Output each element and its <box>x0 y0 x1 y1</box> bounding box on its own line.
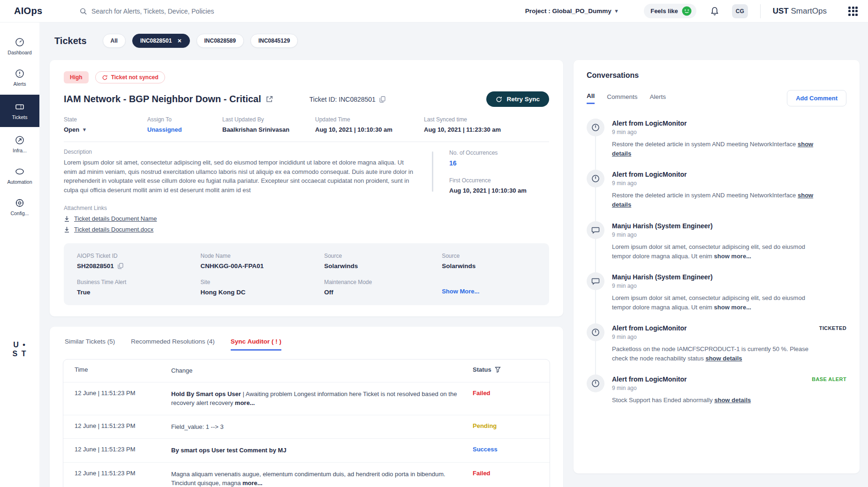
avatar[interactable]: CG <box>732 4 748 18</box>
divider <box>760 4 761 18</box>
external-link-icon[interactable] <box>266 96 273 103</box>
show-details-link[interactable]: show details <box>714 397 751 404</box>
brand-light: SmartOps <box>791 7 827 15</box>
occurrences: No. of Occurrences 16 <box>449 150 549 167</box>
ticket-tabs-card: Similar Tickets (5) Recommeded Resolutio… <box>50 327 563 487</box>
conversations-tabs: All Comments Alerts Add Comment <box>587 90 846 106</box>
top-bar: AIOps Project : Global_PO_Dummy ▾ Feels … <box>0 0 868 22</box>
attachment-link[interactable]: Ticket details Document.docx <box>64 226 549 233</box>
project-selector[interactable]: Project : Global_PO_Dummy ▾ <box>525 7 618 15</box>
chip-all[interactable]: All <box>103 34 126 48</box>
column-change: Change <box>171 366 460 375</box>
detail-site: Site Hong Kong DC <box>201 279 325 296</box>
sidebar-item-config[interactable]: Config... <box>0 193 39 221</box>
alert-icon <box>587 375 604 392</box>
ticket-icon <box>15 102 25 112</box>
status-badge: Failed <box>473 390 538 397</box>
tab-sync-auditor[interactable]: Sync Auditor ( ! ) <box>231 338 281 351</box>
column-time: Time <box>75 366 159 373</box>
occurrences-count[interactable]: 16 <box>449 159 549 167</box>
conversation-entry: Manju Harish (System Engineer) 9 min ago… <box>587 272 846 312</box>
tab-similar-tickets[interactable]: Similar Tickets (5) <box>65 338 115 351</box>
table-row: 12 June | 11:51:23 PM Field_value: 1 -->… <box>63 415 550 439</box>
state-dropdown[interactable]: Open ▾ <box>64 126 147 133</box>
alert-icon <box>587 119 604 136</box>
add-comment-button[interactable]: Add Comment <box>787 90 846 106</box>
chevron-down-icon: ▾ <box>615 8 618 14</box>
sidebar-item-tickets[interactable]: Tickets <box>0 95 39 127</box>
detail-aiops-ticket-id: AIOPS Ticket ID SH20828501 <box>77 253 201 270</box>
retry-sync-button[interactable]: Retry Sync <box>486 91 549 107</box>
config-icon <box>15 198 25 208</box>
sidebar-item-automation[interactable]: Automation <box>0 161 39 190</box>
feels-like-badge[interactable]: Feels like <box>644 4 696 18</box>
search-icon <box>80 7 87 15</box>
tab-comments[interactable]: Comments <box>607 93 637 104</box>
copy-icon[interactable] <box>379 96 385 103</box>
show-more-link[interactable]: show more... <box>714 304 751 311</box>
show-details-link[interactable]: show details <box>705 355 742 362</box>
page-head: Tickets All INC0828501 ✕ INC0828589 INC0… <box>50 33 563 49</box>
sidebar-item-label: Alerts <box>14 81 26 87</box>
status-badge: Failed <box>473 470 538 477</box>
copy-icon[interactable] <box>118 263 123 269</box>
ust-logo: U • S T <box>13 341 27 358</box>
conversation-entry: Alert from LogicMonitor 9 min ago Restor… <box>587 170 846 210</box>
divider <box>432 151 433 192</box>
alert-icon <box>587 170 604 187</box>
first-occurrence: First Occurrence Aug 10, 2021 | 10:10:30… <box>449 177 549 194</box>
sidebar-item-label: Config... <box>10 210 29 216</box>
assign-to-link[interactable]: Unassigned <box>147 126 222 133</box>
sync-error-icon <box>102 75 108 81</box>
show-more-link[interactable]: Show More... <box>442 288 536 296</box>
sync-auditor-table: Time Change Status 12 June | 11:51:23 PM… <box>63 359 550 487</box>
smiley-icon <box>682 6 692 16</box>
chevron-down-icon: ▾ <box>83 127 86 133</box>
filter-icon[interactable] <box>495 367 501 373</box>
chip-ticket-2[interactable]: INC0828589 <box>196 34 244 48</box>
comment-icon <box>587 272 604 290</box>
search-input[interactable] <box>91 7 286 15</box>
ticket-meta: State Open ▾ Assign To Unassigned Last U… <box>64 116 549 133</box>
apps-grid-icon[interactable] <box>848 7 858 16</box>
status-badge: Pending <box>473 422 538 429</box>
meta-last-updated-by: Last Updated By Baalkrishan Srinivasan <box>222 116 315 133</box>
ticket-id: Ticket ID: INC0828501 <box>309 96 385 103</box>
chip-ticket-3[interactable]: INC0845129 <box>250 34 298 48</box>
sidebar-item-infra[interactable]: Infra... <box>0 130 39 158</box>
status-badge: Success <box>473 446 538 453</box>
infra-icon <box>15 135 25 145</box>
attachment-link[interactable]: Ticket details Document Name <box>64 215 549 222</box>
download-icon <box>64 216 70 222</box>
refresh-icon <box>496 96 502 103</box>
page-title: Tickets <box>54 36 87 46</box>
table-row: 12 June | 11:51:23 PM By smart ops User … <box>63 438 550 462</box>
topbar-right: Project : Global_PO_Dummy ▾ Feels like C… <box>525 4 858 18</box>
sidebar-item-label: Dashboard <box>8 50 31 55</box>
conversations-panel: Conversations All Comments Alerts Add Co… <box>574 60 860 473</box>
brand-bold: UST <box>773 7 789 15</box>
chip-active-ticket[interactable]: INC0828501 ✕ <box>132 34 190 48</box>
notifications-bell-icon[interactable] <box>710 7 719 16</box>
more-link[interactable]: more... <box>242 480 263 487</box>
meta-updated-time: Updated Time Aug 10, 2021 | 10:10:30 am <box>315 116 424 133</box>
tab-recommended-resolutions[interactable]: Recommeded Resolutions (4) <box>131 338 215 351</box>
sync-status-badge: Ticket not synced <box>95 71 165 83</box>
meta-assign-to: Assign To Unassigned <box>147 116 222 133</box>
more-link[interactable]: more... <box>235 399 255 406</box>
tab-alerts[interactable]: Alerts <box>650 93 666 104</box>
sidebar-item-alerts[interactable]: Alerts <box>0 63 39 92</box>
tab-all[interactable]: All <box>587 92 595 104</box>
alert-icon <box>15 68 25 79</box>
detail-source: Source Solarwinds <box>324 253 442 270</box>
show-more-link[interactable]: show more... <box>714 253 751 260</box>
conversation-entry: Alert from LogicMonitorTICKETED 9 min ag… <box>587 323 846 363</box>
ticket-description: Description Lorem ipsum dolor sit amet, … <box>64 149 418 195</box>
project-label: Project : Global_PO_Dummy <box>525 7 611 15</box>
brand-logo: UST SmartOps <box>773 7 827 16</box>
ticketed-badge: TICKETED <box>819 325 846 331</box>
close-icon[interactable]: ✕ <box>177 38 181 44</box>
ticket-tabs: Similar Tickets (5) Recommeded Resolutio… <box>63 338 550 351</box>
global-search[interactable] <box>80 7 286 15</box>
sidebar-item-dashboard[interactable]: Dashboard <box>0 32 39 60</box>
